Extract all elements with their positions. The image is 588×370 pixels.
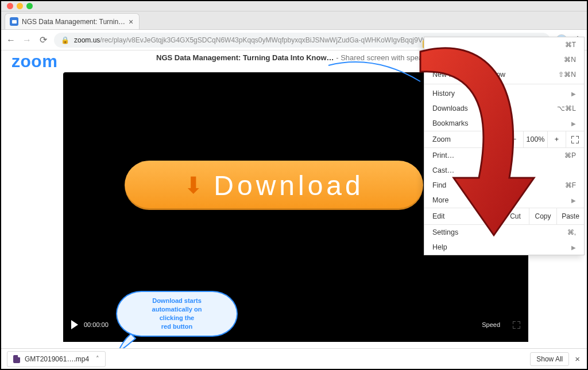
window-titlebar [1, 1, 587, 11]
back-icon[interactable]: ← [6, 35, 16, 45]
chevron-up-icon[interactable]: ˄ [96, 355, 99, 363]
edit-paste-button[interactable]: Paste [556, 208, 584, 225]
forward-icon[interactable]: → [22, 35, 32, 45]
download-label: Download [214, 170, 363, 201]
menu-item-help[interactable]: Help▶ [424, 240, 584, 255]
zoom-out-button[interactable]: − [505, 131, 523, 148]
menu-item-incognito[interactable]: New Incognito Window⇧⌘N [424, 67, 584, 82]
timecode: 00:00:00 [84, 321, 109, 328]
url-host: zoom.us [74, 36, 100, 44]
menu-item-cast[interactable]: Cast… [424, 163, 584, 178]
menu-item-bookmarks[interactable]: Bookmarks▶ [424, 116, 584, 131]
url-path: /rec/play/v8EvJeGtqjk3G4GX5gSDCqN6W43pKq… [100, 36, 448, 44]
fullscreen-button[interactable] [566, 131, 584, 148]
menu-item-edit: Edit Cut Copy Paste [424, 208, 584, 225]
zoom-logo: zoom [11, 52, 57, 71]
download-arrow-icon: ⬇ [184, 172, 203, 198]
download-shelf: GMT2019061….mp4 ˄ Show All × [1, 348, 587, 369]
menu-item-new-window[interactable]: N⌘N [424, 52, 584, 67]
play-icon[interactable] [71, 320, 78, 329]
lock-icon: 🔒 [61, 36, 69, 44]
edit-cut-button[interactable]: Cut [501, 208, 529, 225]
menu-item-history[interactable]: History▶ [424, 86, 584, 101]
reload-icon[interactable]: ⟳ [38, 34, 48, 45]
menu-item-print[interactable]: Print…⌘P [424, 148, 584, 163]
tab-title: NGS Data Management: Turnin… [22, 18, 125, 26]
maximize-window-icon[interactable] [26, 3, 33, 9]
menu-item-zoom: Zoom − 100% + [424, 131, 584, 148]
zoom-favicon-icon [10, 17, 18, 26]
download-file-name: GMT2019061….mp4 [25, 355, 89, 363]
menu-item-downloads[interactable]: Downloads⌥⌘L [424, 101, 584, 116]
menu-item-new-tab[interactable]: ⌘T [424, 37, 584, 52]
annotation-callout: Download starts automatically on clickin… [116, 291, 238, 337]
zoom-value: 100% [523, 131, 547, 148]
download-button[interactable]: ⬇ Download [125, 161, 423, 210]
close-shelf-icon[interactable]: × [575, 354, 580, 364]
menu-item-settings[interactable]: Settings⌘, [424, 225, 584, 240]
tab-strip: NGS Data Management: Turnin… × [1, 11, 587, 30]
recording-title: NGS Data Management: Turning Data Into K… [156, 53, 434, 62]
edit-copy-button[interactable]: Copy [529, 208, 556, 225]
fullscreen-icon[interactable] [513, 321, 520, 329]
menu-item-more-tools[interactable]: More▶ [424, 193, 584, 208]
show-all-button[interactable]: Show All [530, 352, 569, 366]
browser-tab[interactable]: NGS Data Management: Turnin… × [5, 13, 140, 29]
zoom-in-button[interactable]: + [547, 131, 566, 148]
close-window-icon[interactable] [7, 3, 13, 9]
close-tab-icon[interactable]: × [129, 18, 133, 26]
minimize-window-icon[interactable] [17, 3, 23, 9]
download-file-item[interactable]: GMT2019061….mp4 ˄ [7, 351, 106, 367]
browser-menu: ⌘T N⌘N New Incognito Window⇧⌘N History▶ … [424, 37, 585, 255]
menu-item-find[interactable]: Find⌘F [424, 178, 584, 193]
speed-button[interactable]: Speed [482, 321, 500, 328]
file-icon [13, 355, 20, 363]
